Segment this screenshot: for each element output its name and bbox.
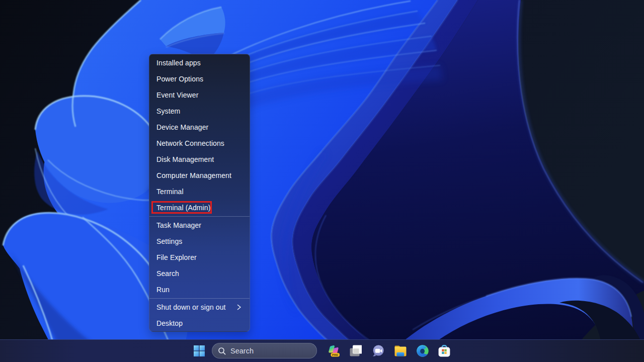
svg-text:PRE: PRE [332, 353, 338, 356]
